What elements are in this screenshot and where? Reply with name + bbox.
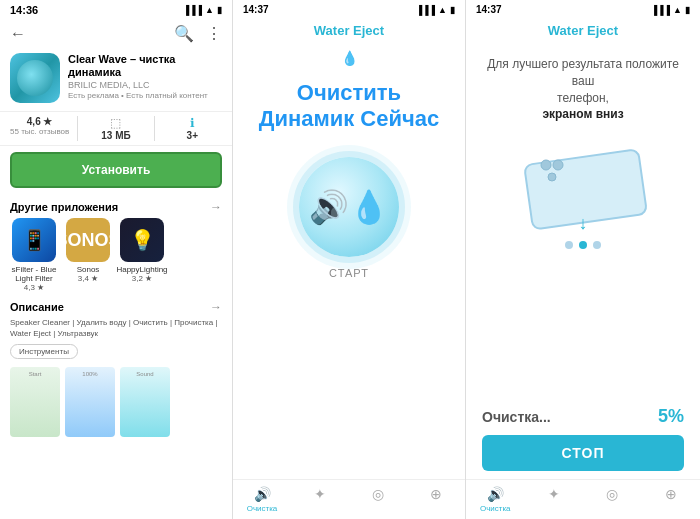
- clean-circle-icon: 🔊💧: [309, 188, 389, 226]
- bottom-nav-2c[interactable]: ◎: [349, 486, 407, 513]
- status-icons-1: ▐▐▐ ▲ ▮: [183, 5, 222, 15]
- screenshot-2-text: 100%: [65, 367, 115, 381]
- clean-nav-label-3: Очистка: [480, 504, 511, 513]
- stat-size: ⬚ 13 МБ: [86, 116, 145, 141]
- status-icons-2: ▐▐▐ ▲ ▮: [416, 5, 455, 15]
- nav-3c-icon: ◎: [606, 486, 618, 502]
- status-bar-1: 14:36 ▐▐▐ ▲ ▮: [0, 0, 232, 20]
- screenshot-3-text: Sound: [120, 367, 170, 381]
- bottom-nav-2b[interactable]: ✦: [291, 486, 349, 513]
- wifi-icon-3: ▲: [673, 5, 682, 15]
- sfilter-rating: 4,3 ★: [24, 283, 44, 292]
- app-stats: 4,6 ★ 55 тыс. отзывов ⬚ 13 МБ ℹ 3+: [0, 111, 232, 146]
- bottom-nav-2d[interactable]: ⊕: [407, 486, 465, 513]
- search-icon[interactable]: 🔍: [174, 24, 194, 43]
- install-button[interactable]: Установить: [10, 152, 222, 188]
- clean-main-text: Очистить Динамик Сейчас: [259, 80, 440, 133]
- status-bar-3: 14:37 ▐▐▐ ▲ ▮: [466, 0, 700, 19]
- app-icon: [10, 53, 60, 103]
- nav-2b-icon: ✦: [314, 486, 326, 502]
- instruction-bold: экраном вниз: [542, 107, 623, 121]
- panel-cleaning: 14:37 ▐▐▐ ▲ ▮ Water Eject 💧 Очистить Дин…: [233, 0, 466, 519]
- sfilter-icon: 📱: [12, 218, 56, 262]
- start-label: СТАРТ: [329, 267, 369, 279]
- tag-instruments[interactable]: Инструменты: [10, 344, 78, 359]
- water-drop-icon: 💧: [233, 50, 465, 66]
- bottom-nav-clean[interactable]: 🔊 Очистка: [233, 486, 291, 513]
- nav-2c-icon: ◎: [372, 486, 384, 502]
- description-section: Описание → Speaker Cleaner | Удалить вод…: [0, 300, 232, 363]
- battery-icon-2: ▮: [450, 5, 455, 15]
- happylighting-rating: 3,2 ★: [132, 274, 152, 283]
- top-nav-1: ← 🔍 ⋮: [0, 20, 232, 49]
- bottom-nav-3d[interactable]: ⊕: [642, 486, 701, 513]
- signal-icon-2: ▐▐▐: [416, 5, 435, 15]
- time-3: 14:37: [476, 4, 502, 15]
- wifi-icon-2: ▲: [438, 5, 447, 15]
- clean-percent: 5%: [658, 406, 684, 427]
- size-icon: ⬚: [110, 116, 121, 130]
- other-apps-list: 📱 sFilter - Blue Light Filter 4,3 ★ SONO…: [0, 218, 232, 300]
- dot-3: [593, 241, 601, 249]
- phone-svg: ↓: [518, 137, 658, 232]
- time-1: 14:36: [10, 4, 38, 16]
- clean-title-line2: Динамик Сейчас: [259, 106, 440, 131]
- pagination-dots: [565, 241, 601, 249]
- dot-1: [565, 241, 573, 249]
- app-developer: BRILIC MEDIA, LLC: [68, 80, 222, 90]
- nav-3b-icon: ✦: [548, 486, 560, 502]
- clean-status-row: Очистка... 5%: [482, 406, 684, 427]
- phone-illustration: ↓: [518, 137, 648, 227]
- sonos-rating: 3,4 ★: [78, 274, 98, 283]
- description-header: Описание →: [10, 300, 222, 314]
- rating-value: 4,6 ★: [27, 116, 53, 127]
- battery-icon-3: ▮: [685, 5, 690, 15]
- screenshot-2: 100%: [65, 367, 115, 437]
- nav-3d-icon: ⊕: [665, 486, 677, 502]
- screenshot-3: Sound: [120, 367, 170, 437]
- app-title-2: Water Eject: [233, 19, 465, 46]
- panel-app-store: 14:36 ▐▐▐ ▲ ▮ ← 🔍 ⋮ Clear Wave – чистка …: [0, 0, 233, 519]
- more-icon[interactable]: ⋮: [206, 24, 222, 43]
- stat-rating: 4,6 ★ 55 тыс. отзывов: [10, 116, 69, 141]
- nav-2d-icon: ⊕: [430, 486, 442, 502]
- clean-nav-icon: 🔊: [254, 486, 271, 502]
- bottom-nav-2: 🔊 Очистка ✦ ◎ ⊕: [233, 479, 465, 519]
- description-title: Описание: [10, 301, 64, 313]
- app-title: Clear Wave – чистка динамика: [68, 53, 222, 79]
- sfilter-name: sFilter - Blue Light Filter: [10, 265, 58, 283]
- size-value: 13 МБ: [101, 130, 130, 141]
- bottom-nav-3b[interactable]: ✦: [525, 486, 584, 513]
- clean-title-area: Очистить Динамик Сейчас 🔊💧 СТАРТ: [233, 70, 465, 479]
- description-arrow[interactable]: →: [210, 300, 222, 314]
- signal-icon-3: ▐▐▐: [651, 5, 670, 15]
- wifi-icon-1: ▲: [205, 5, 214, 15]
- svg-text:↓: ↓: [579, 213, 588, 232]
- status-bar-2: 14:37 ▐▐▐ ▲ ▮: [233, 0, 465, 19]
- start-button[interactable]: 🔊💧: [299, 157, 399, 257]
- svg-point-2: [553, 160, 563, 170]
- other-app-happylighting[interactable]: 💡 HappyLighting 3,2 ★: [118, 218, 166, 292]
- bottom-nav-3-clean[interactable]: 🔊 Очистка: [466, 486, 525, 513]
- other-app-sfilter[interactable]: 📱 sFilter - Blue Light Filter 4,3 ★: [10, 218, 58, 292]
- age-value: 3+: [187, 130, 198, 141]
- screenshot-1-text: Start: [10, 367, 60, 381]
- svg-point-1: [541, 160, 551, 170]
- clean-nav-label: Очистка: [247, 504, 278, 513]
- sonos-icon: SONOS: [66, 218, 110, 262]
- clean-title-line1: Очистить: [297, 80, 401, 105]
- back-icon[interactable]: ←: [10, 25, 26, 43]
- app-title-3: Water Eject: [466, 19, 700, 46]
- app-meta: Есть реклама • Есть платный контент: [68, 91, 222, 100]
- dot-2: [579, 241, 587, 249]
- bottom-nav-3c[interactable]: ◎: [583, 486, 642, 513]
- age-icon: ℹ: [190, 116, 195, 130]
- description-text: Speaker Cleaner | Удалить воду | Очистит…: [10, 317, 222, 339]
- stop-button[interactable]: СТОП: [482, 435, 684, 471]
- reviews-label: 55 тыс. отзывов: [10, 127, 69, 136]
- time-2: 14:37: [243, 4, 269, 15]
- result-content: Для лучшего результата положите ваш теле…: [466, 46, 700, 398]
- stat-age: ℹ 3+: [163, 116, 222, 141]
- other-app-sonos[interactable]: SONOS Sonos 3,4 ★: [64, 218, 112, 292]
- other-apps-arrow[interactable]: →: [210, 200, 222, 214]
